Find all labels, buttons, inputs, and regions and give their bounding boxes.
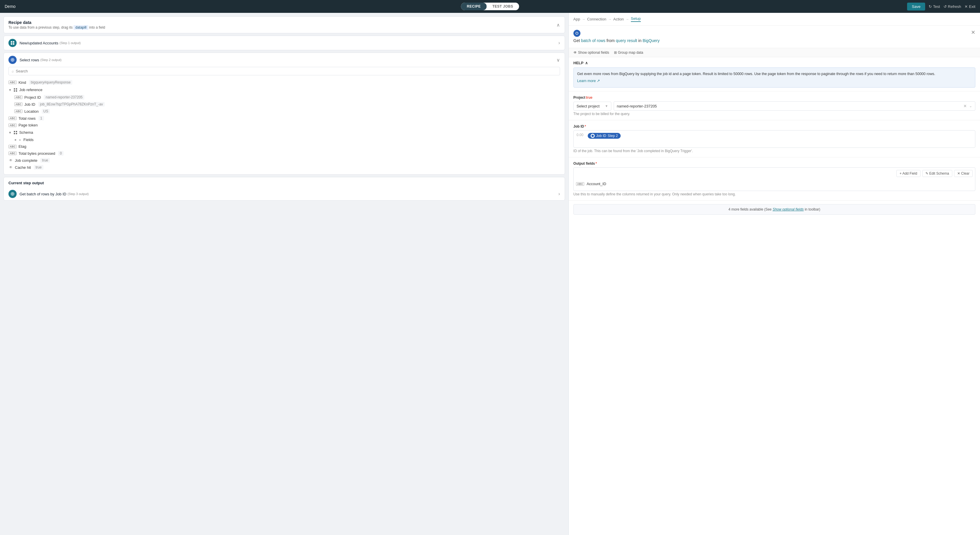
svg-rect-5 <box>14 88 15 89</box>
step2-sub: (Step 2 output) <box>40 58 62 62</box>
header-link-batch[interactable]: batch of rows <box>581 38 605 43</box>
output-hint: Use this to manually define the columns … <box>573 192 975 196</box>
svg-rect-11 <box>14 133 15 134</box>
location-value: US <box>42 109 50 113</box>
bottom-info-bar: 4 more fields available (See Show option… <box>573 204 975 215</box>
step2-header[interactable]: Select rows (Step 2 output) ∨ <box>4 53 565 67</box>
svg-rect-3 <box>13 43 14 45</box>
job-id-required-star: * <box>584 125 586 128</box>
step2-label: Select rows <box>19 58 39 62</box>
step2-chevron-icon: ∨ <box>557 57 560 63</box>
show-optional-bottom-link[interactable]: Show optional fields <box>773 208 804 211</box>
tab-recipe[interactable]: RECIPE <box>461 3 487 10</box>
group-map-icon: ⊞ <box>614 51 617 54</box>
help-toggle[interactable]: HELP ∧ <box>573 61 975 65</box>
step1-label: New/updated Accounts <box>19 41 58 45</box>
total-bytes-label: Total bytes processed <box>18 151 55 156</box>
help-text: Get even more rows from BigQuery by supp… <box>577 71 972 77</box>
cache-hit-row: 👁 Cache hit true <box>8 164 560 171</box>
output-field-type: ABC <box>576 182 584 186</box>
page-token-row: ABC Page token <box>8 122 560 128</box>
right-header-content: Get batch of rows from query result in B… <box>573 30 660 44</box>
edit-schema-button[interactable]: ✎ Edit Schema <box>922 170 952 177</box>
project-value-box: named-reporter-237205 ✕ ⌄ <box>614 101 975 111</box>
job-id-section: Job ID * 0.00 Job ID Step 2 ID of the jo… <box>569 120 980 157</box>
exit-button[interactable]: ✕ Exit <box>964 5 975 9</box>
step1-header[interactable]: New/updated Accounts (Step 1 output) › <box>4 36 565 50</box>
total-rows-label: Total rows <box>18 116 36 121</box>
top-nav: Demo RECIPE TEST JOBS Save ↻ Test ↺ Refr… <box>0 0 980 13</box>
job-id-field-label: Job ID * <box>573 125 975 128</box>
project-id-row: ABC Project ID named-reporter-237205 <box>8 94 560 101</box>
external-link-icon: ↗ <box>597 78 600 84</box>
clear-button[interactable]: ✕ Clear <box>954 170 973 177</box>
collapse-icon: ▼ <box>8 88 12 92</box>
breadcrumb-action[interactable]: Action <box>613 17 624 21</box>
cache-hit-value: true <box>34 165 43 170</box>
eye-icon: 👁 <box>8 158 13 162</box>
svg-rect-7 <box>14 90 15 91</box>
svg-rect-12 <box>16 133 17 134</box>
select-chevron-icon: ▼ <box>605 104 608 108</box>
step1-icon <box>8 39 17 47</box>
expand-icon: ⌄ <box>969 104 972 108</box>
step2-icon <box>8 56 17 64</box>
etag-label: Etag <box>18 144 26 149</box>
step3-chevron-icon: › <box>558 191 560 196</box>
tab-test-jobs[interactable]: TEST JOBS <box>487 3 519 10</box>
help-box: Get even more rows from BigQuery by supp… <box>573 67 975 88</box>
job-id-pill-icon <box>590 134 595 138</box>
refresh-button[interactable]: ↺ Refresh <box>943 5 961 9</box>
add-field-button[interactable]: + Add Field <box>896 170 920 177</box>
cache-hit-label: Cache hit <box>15 165 31 170</box>
etag-row: ABC Etag <box>8 143 560 150</box>
job-id-pill-label: Job ID <box>596 134 606 138</box>
step3-sub: (Step 3 output) <box>67 192 89 196</box>
breadcrumb-connection[interactable]: Connection <box>587 17 606 21</box>
save-button[interactable]: Save <box>907 3 925 11</box>
svg-rect-0 <box>11 41 12 43</box>
project-row: Select project ▼ named-reporter-237205 ✕… <box>573 101 975 111</box>
current-step-row[interactable]: Get batch of rows by Job ID (Step 3 outp… <box>4 187 565 200</box>
breadcrumb-app[interactable]: App <box>573 17 580 21</box>
total-rows-value: 1 <box>38 116 44 121</box>
output-fields-label: Output fields * <box>573 161 975 166</box>
fields-label: Fields <box>23 137 33 142</box>
job-id-pill: Job ID Step 2 <box>588 133 620 139</box>
search-box[interactable]: ⌕ <box>8 67 560 75</box>
breadcrumb: App → Connection → Action → Setup <box>569 13 980 26</box>
page-token-label: Page token <box>18 123 38 127</box>
header-link-query[interactable]: query result <box>616 38 637 43</box>
output-fields-box: + Add Field ✎ Edit Schema ✕ Clear ABC Ac… <box>573 167 975 191</box>
svg-rect-9 <box>14 131 15 132</box>
project-field-label: Project true <box>573 96 975 100</box>
job-id-box[interactable]: 0.00 Job ID Step 2 <box>573 130 975 148</box>
recipe-data-header[interactable]: Recipe data To use data from a previous … <box>4 17 565 33</box>
learn-more-link[interactable]: Learn more ↗ <box>577 78 600 84</box>
test-button[interactable]: ↻ Test <box>929 5 940 9</box>
fields-row: ► ≡ Fields <box>8 136 560 143</box>
fields-list-icon: ≡ <box>19 138 21 142</box>
eye-optional-icon: 👁 <box>573 51 577 54</box>
job-id-label: Job ID <box>24 102 35 107</box>
show-optional-fields-button[interactable]: 👁 Show optional fields <box>573 51 609 54</box>
job-reference-section[interactable]: ▼ Job reference <box>8 86 560 94</box>
close-button[interactable]: ✕ <box>971 30 975 35</box>
breadcrumb-setup[interactable]: Setup <box>631 16 641 22</box>
output-toolbar: + Add Field ✎ Edit Schema ✕ Clear <box>576 170 973 177</box>
left-panel: Recipe data To use data from a previous … <box>0 13 568 535</box>
header-link-bigquery[interactable]: BigQuery <box>643 38 659 43</box>
help-label: HELP <box>573 61 584 65</box>
recipe-data-card: Recipe data To use data from a previous … <box>3 16 565 33</box>
current-step-card: Current step output Get batch of rows by… <box>3 177 565 201</box>
step3-label: Get batch of rows by Job ID <box>19 192 66 196</box>
breadcrumb-arrow-1: → <box>582 17 585 21</box>
output-required-star: * <box>596 161 597 166</box>
project-select[interactable]: Select project ▼ <box>573 102 611 111</box>
schema-section[interactable]: ▼ Schema <box>8 128 560 136</box>
clear-project-button[interactable]: ✕ <box>963 104 967 109</box>
search-input[interactable] <box>16 69 557 73</box>
chevron-up-icon: ∧ <box>557 22 560 28</box>
group-map-button[interactable]: ⊞ Group map data <box>614 51 643 54</box>
total-rows-row: ABC Total rows 1 <box>8 115 560 122</box>
